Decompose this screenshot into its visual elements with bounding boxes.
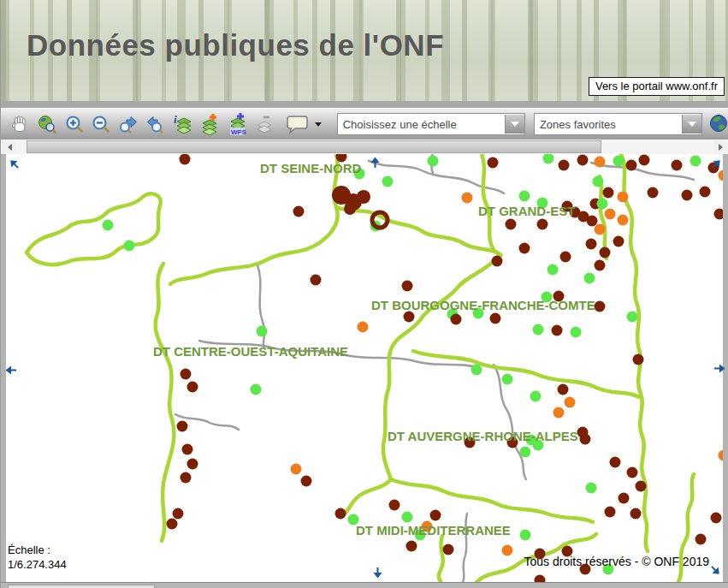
forest-marker[interactable] (619, 493, 630, 504)
forest-marker[interactable] (560, 252, 571, 263)
zones-select[interactable]: Zones favorites (534, 113, 702, 135)
forest-marker[interactable] (613, 156, 624, 167)
forest-marker[interactable] (293, 206, 305, 217)
forest-marker[interactable] (633, 354, 644, 365)
forest-marker[interactable] (404, 312, 415, 323)
forest-marker[interactable] (595, 301, 606, 312)
forest-marker[interactable] (610, 457, 621, 468)
add-wfs-layer-button[interactable]: WFS (225, 111, 250, 137)
portal-link[interactable]: Vers le portail www.onf.fr (589, 77, 725, 96)
forest-marker[interactable] (257, 326, 268, 337)
forest-marker[interactable] (519, 243, 530, 254)
zoom-out-button[interactable] (89, 111, 114, 137)
forest-marker[interactable] (530, 391, 542, 402)
forest-marker[interactable] (586, 239, 597, 250)
pan-northwest-arrow[interactable] (8, 157, 21, 170)
forest-marker[interactable] (547, 264, 559, 276)
pan-west-arrow[interactable] (4, 364, 17, 377)
forest-marker[interactable] (344, 203, 356, 215)
forest-marker[interactable] (586, 483, 597, 494)
forest-marker[interactable] (492, 256, 503, 267)
forest-marker[interactable] (587, 216, 598, 227)
horizontal-scrollbar-top[interactable] (1, 140, 728, 155)
forest-marker[interactable] (695, 534, 707, 545)
forest-marker[interactable] (593, 176, 604, 187)
forest-marker[interactable] (597, 199, 608, 210)
forest-marker[interactable] (358, 322, 369, 333)
forest-marker[interactable] (187, 459, 198, 470)
scale-select-button[interactable] (505, 115, 524, 134)
forest-marker[interactable] (520, 530, 531, 541)
forest-marker[interactable] (251, 384, 262, 395)
forest-marker[interactable] (180, 154, 191, 165)
forest-marker[interactable] (182, 444, 193, 455)
scrollbar-thumb[interactable] (27, 140, 601, 153)
scroll-left-button[interactable] (3, 140, 16, 153)
forest-marker[interactable] (520, 447, 531, 458)
forest-marker[interactable] (682, 190, 693, 201)
forest-marker[interactable] (451, 314, 462, 325)
forest-marker[interactable] (630, 508, 642, 520)
forest-marker[interactable] (335, 508, 346, 520)
forest-marker[interactable] (301, 476, 312, 487)
forest-marker[interactable] (382, 176, 394, 187)
horizontal-scrollbar-bottom[interactable] (1, 582, 728, 588)
forest-marker[interactable] (535, 575, 546, 583)
overview-globe-button[interactable] (707, 113, 728, 135)
forest-marker[interactable] (626, 160, 637, 171)
scroll-right-button[interactable] (713, 140, 727, 153)
forest-marker[interactable] (177, 421, 188, 432)
map-canvas[interactable]: DT SEINE-NORDDT GRAND-ESTDT BOURGOGNE-FR… (1, 154, 728, 582)
pan-southeast-arrow[interactable] (709, 564, 722, 577)
pan-south-arrow[interactable] (371, 567, 384, 579)
zones-select-button[interactable] (682, 115, 701, 134)
forest-marker[interactable] (690, 156, 701, 167)
forest-marker[interactable] (502, 545, 513, 556)
forest-marker[interactable] (595, 157, 606, 168)
forest-marker[interactable] (490, 313, 501, 324)
forest-marker[interactable] (537, 219, 548, 230)
forest-marker[interactable] (103, 220, 114, 231)
forest-marker[interactable] (600, 247, 611, 258)
zoom-in-button[interactable] (62, 111, 86, 137)
forest-marker[interactable] (618, 215, 629, 226)
forest-marker[interactable] (471, 365, 482, 376)
forest-marker[interactable] (639, 155, 650, 166)
forest-marker[interactable] (402, 512, 413, 523)
pan-east-arrow[interactable] (713, 362, 726, 375)
bubble-dropdown-arrow-icon[interactable] (315, 122, 322, 127)
forest-marker[interactable] (571, 327, 582, 338)
forest-marker[interactable] (584, 273, 595, 284)
forest-marker[interactable] (543, 154, 554, 164)
forest-marker[interactable] (613, 236, 624, 247)
forest-marker[interactable] (357, 190, 370, 204)
forest-marker[interactable] (577, 155, 589, 166)
add-layer-button[interactable] (198, 111, 222, 137)
forest-marker[interactable] (488, 157, 499, 169)
pan-north-arrow[interactable] (369, 156, 382, 169)
forest-marker[interactable] (291, 464, 302, 475)
forest-marker[interactable] (402, 281, 413, 292)
pan-tool-button[interactable] (8, 111, 33, 137)
scrollbar-thumb[interactable] (8, 585, 155, 588)
previous-extent-button[interactable] (144, 111, 169, 137)
forest-marker[interactable] (553, 407, 565, 419)
forest-marker[interactable] (443, 544, 454, 555)
forest-marker[interactable] (603, 187, 614, 199)
forest-marker[interactable] (181, 369, 192, 380)
forest-marker[interactable] (519, 191, 530, 202)
forest-marker[interactable] (700, 187, 711, 198)
next-extent-button[interactable] (116, 111, 141, 137)
forest-marker[interactable] (124, 241, 135, 252)
pan-northeast-arrow[interactable] (710, 157, 723, 170)
forest-marker[interactable] (311, 275, 322, 286)
forest-marker[interactable] (506, 219, 517, 230)
forest-marker[interactable] (627, 467, 638, 478)
forest-marker[interactable] (605, 209, 616, 220)
forest-marker[interactable] (430, 510, 441, 521)
forest-marker[interactable] (711, 513, 722, 524)
forest-marker[interactable] (595, 224, 606, 235)
forest-marker[interactable] (533, 324, 544, 336)
forest-marker[interactable] (565, 397, 576, 408)
forest-marker[interactable] (618, 192, 629, 203)
